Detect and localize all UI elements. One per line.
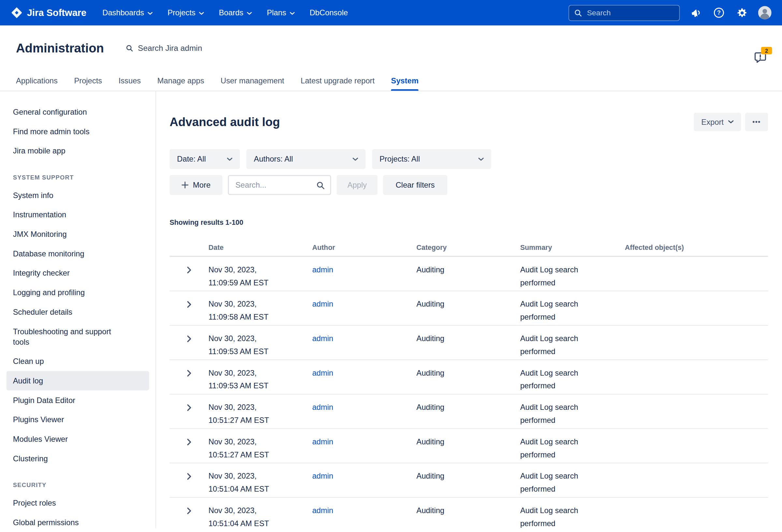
chevron-down-icon bbox=[199, 11, 204, 15]
expand-row-button[interactable] bbox=[170, 504, 208, 515]
search-icon bbox=[574, 9, 582, 16]
cell-category: Auditing bbox=[417, 332, 520, 345]
more-filters-button[interactable]: More bbox=[170, 175, 222, 195]
topnav-item-dashboards[interactable]: Dashboards bbox=[102, 8, 152, 17]
tab-user-management[interactable]: User management bbox=[221, 76, 284, 91]
topnav-item-boards[interactable]: Boards bbox=[219, 8, 252, 17]
expand-row-button[interactable] bbox=[170, 263, 208, 274]
sidebar-item-instrumentation[interactable]: Instrumentation bbox=[6, 205, 149, 224]
sidebar-item-project-roles[interactable]: Project roles bbox=[6, 493, 149, 513]
sidebar-item-integrity-checker[interactable]: Integrity checker bbox=[6, 263, 149, 283]
more-menu-button[interactable]: ••• bbox=[745, 113, 768, 131]
topnav-item-projects[interactable]: Projects bbox=[168, 8, 204, 17]
main-actions: Export ••• bbox=[694, 113, 768, 131]
tab-manage-apps[interactable]: Manage apps bbox=[157, 76, 204, 91]
user-avatar[interactable] bbox=[758, 6, 772, 19]
topnav-item-plans[interactable]: Plans bbox=[267, 8, 294, 17]
author-link[interactable]: admin bbox=[312, 472, 333, 480]
feedback-button[interactable]: 2 bbox=[754, 51, 767, 64]
global-search bbox=[569, 5, 680, 21]
topnav-item-label: Boards bbox=[219, 8, 243, 17]
cell-date: Nov 30, 2023, 10:51:04 AM EST bbox=[209, 504, 312, 528]
chevron-down-icon bbox=[478, 157, 484, 161]
sidebar-item-clustering[interactable]: Clustering bbox=[6, 449, 149, 468]
author-link[interactable]: admin bbox=[312, 403, 333, 412]
filter-search-input[interactable] bbox=[234, 180, 313, 190]
column-header: Affected object(s) bbox=[625, 243, 768, 251]
chevron-right-icon bbox=[187, 473, 191, 480]
expand-row-button[interactable] bbox=[170, 435, 208, 446]
sidebar-item-audit-log[interactable]: Audit log bbox=[6, 371, 149, 391]
sidebar-item-find-more-admin-tools[interactable]: Find more admin tools bbox=[6, 121, 149, 141]
cell-category: Auditing bbox=[417, 263, 520, 276]
audit-log-row: Nov 30, 2023, 11:09:58 AM EST admin Audi… bbox=[170, 291, 768, 326]
tab-projects[interactable]: Projects bbox=[74, 76, 102, 91]
sidebar-item-jira-mobile-app[interactable]: Jira mobile app bbox=[6, 141, 149, 161]
cell-author: admin bbox=[312, 366, 417, 380]
sidebar-item-label: Find more admin tools bbox=[13, 127, 90, 136]
tab-label: System bbox=[391, 76, 418, 85]
author-link[interactable]: admin bbox=[312, 368, 333, 377]
expand-row-button[interactable] bbox=[170, 332, 208, 343]
tab-issues[interactable]: Issues bbox=[118, 76, 141, 91]
tab-applications[interactable]: Applications bbox=[16, 76, 58, 91]
cell-date: Nov 30, 2023, 11:09:58 AM EST bbox=[209, 298, 312, 324]
sidebar-item-clean-up[interactable]: Clean up bbox=[6, 352, 149, 371]
filter-dropdown-projects-all[interactable]: Projects: All bbox=[372, 149, 491, 169]
sidebar-list: System info Instrumentation JMX Monitori… bbox=[0, 185, 156, 468]
author-link[interactable]: admin bbox=[312, 506, 333, 515]
sidebar-item-label: Clean up bbox=[13, 357, 44, 365]
search-icon[interactable] bbox=[316, 181, 324, 189]
sidebar-item-scheduler-details[interactable]: Scheduler details bbox=[6, 302, 149, 322]
export-button[interactable]: Export bbox=[694, 113, 741, 131]
topnav-item-dbconsole[interactable]: DbConsole bbox=[310, 8, 348, 17]
topnav-item-label: Dashboards bbox=[102, 8, 144, 17]
sidebar-item-global-permissions[interactable]: Global permissions bbox=[6, 512, 149, 528]
sidebar-item-label: Audit log bbox=[13, 377, 43, 385]
sidebar-item-system-info[interactable]: System info bbox=[6, 185, 149, 205]
author-link[interactable]: admin bbox=[312, 265, 333, 274]
expand-row-button[interactable] bbox=[170, 401, 208, 412]
help-icon[interactable]: ? bbox=[712, 6, 725, 19]
sidebar-item-general-configuration[interactable]: General configuration bbox=[6, 102, 149, 122]
tab-label: Issues bbox=[118, 76, 141, 85]
expand-row-button[interactable] bbox=[170, 470, 208, 480]
cell-category: Auditing bbox=[417, 401, 520, 414]
chevron-right-icon bbox=[187, 301, 191, 308]
sidebar-item-label: Database monitoring bbox=[13, 249, 84, 258]
sidebar-item-plugin-data-editor[interactable]: Plugin Data Editor bbox=[6, 390, 149, 410]
chevron-right-icon bbox=[187, 404, 191, 412]
sidebar-item-label: Integrity checker bbox=[13, 269, 70, 277]
cell-author: admin bbox=[312, 470, 417, 483]
expand-row-button[interactable] bbox=[170, 366, 208, 377]
apply-button[interactable]: Apply bbox=[336, 175, 378, 195]
tab-latest-upgrade-report[interactable]: Latest upgrade report bbox=[301, 76, 375, 91]
sidebar-item-plugins-viewer[interactable]: Plugins Viewer bbox=[6, 410, 149, 429]
megaphone-icon[interactable] bbox=[689, 6, 703, 19]
jira-home-link[interactable]: Jira Software bbox=[10, 6, 86, 19]
filter-dropdown-authors-all[interactable]: Authors: All bbox=[246, 149, 365, 169]
filter-dropdown-date-all[interactable]: Date: All bbox=[170, 149, 240, 169]
sidebar-item-modules-viewer[interactable]: Modules Viewer bbox=[6, 429, 149, 449]
admin-search[interactable]: Search Jira admin bbox=[126, 44, 202, 53]
sidebar-item-troubleshooting-and-support-tools[interactable]: Troubleshooting and support tools bbox=[6, 322, 149, 352]
author-link[interactable]: admin bbox=[312, 300, 333, 308]
gear-icon[interactable] bbox=[735, 6, 748, 19]
tab-system[interactable]: System bbox=[391, 76, 418, 91]
author-link[interactable]: admin bbox=[312, 334, 333, 343]
sidebar-item-logging-and-profiling[interactable]: Logging and profiling bbox=[6, 283, 149, 302]
sidebar-item-database-monitoring[interactable]: Database monitoring bbox=[6, 244, 149, 263]
audit-log-row: Nov 30, 2023, 10:51:04 AM EST admin Audi… bbox=[170, 463, 768, 498]
expand-row-button[interactable] bbox=[170, 298, 208, 308]
cell-category: Auditing bbox=[417, 470, 520, 483]
sidebar-item-jmx-monitoring[interactable]: JMX Monitoring bbox=[6, 224, 149, 244]
chevron-down-icon bbox=[148, 11, 152, 15]
search-icon bbox=[126, 44, 133, 52]
cell-summary: Audit Log search performed bbox=[520, 470, 607, 496]
clear-filters-button[interactable]: Clear filters bbox=[383, 175, 448, 195]
filter-actions-row: More Apply Clear filters bbox=[170, 175, 768, 195]
admin-tabs: Applications Projects Issues Manage apps… bbox=[0, 76, 782, 91]
admin-header: Administration Search Jira admin 2 bbox=[0, 26, 782, 56]
global-search-input[interactable] bbox=[586, 8, 674, 17]
author-link[interactable]: admin bbox=[312, 437, 333, 446]
